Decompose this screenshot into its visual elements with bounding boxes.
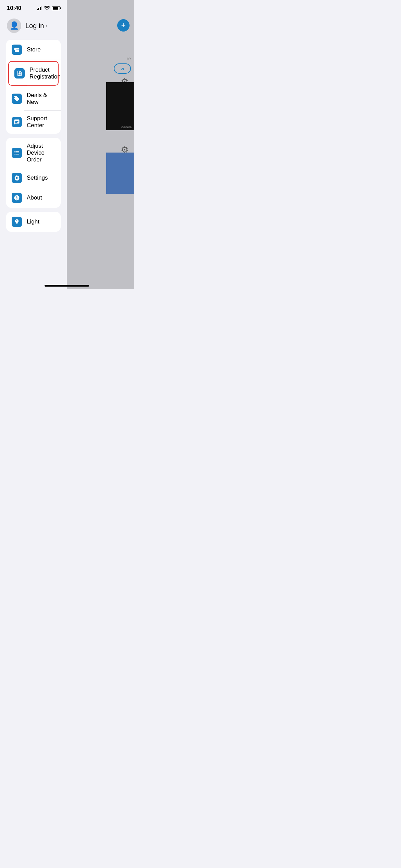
menu-item-about[interactable]: About [6,188,61,208]
login-text: Log in [25,22,44,30]
blue-box [106,153,134,194]
status-bar: 10:40 [0,0,67,14]
support-label: Support Center [27,115,55,129]
login-row[interactable]: 👤 Log in › [0,14,67,40]
avatar: 👤 [7,19,21,33]
login-chevron: › [46,23,47,29]
menu-section-2: Adjust Device Order Settings About [6,138,61,208]
battery-icon [52,6,60,10]
menu-item-product-registration[interactable]: Product Registration [8,61,59,86]
store-icon [12,45,22,55]
product-registration-label: Product Registration [29,67,61,80]
about-label: About [27,194,55,201]
tag-icon [12,94,22,104]
status-time: 10:40 [7,5,21,12]
menu-item-adjust-device[interactable]: Adjust Device Order [6,138,61,168]
menu-item-support[interactable]: Support Center [6,110,61,134]
side-menu-panel: 10:40 👤 Log in [0,0,67,289]
background-right: + re w ⚙ General ⚙ [66,0,134,289]
device-label: General [121,125,132,129]
info-icon [12,193,22,203]
document-icon [14,68,25,79]
menu-item-deals[interactable]: Deals & New [6,87,61,110]
bg-button-w[interactable]: w [114,63,131,74]
home-indicator [45,285,89,287]
status-icons [37,6,60,11]
bg-label-re: re [127,56,131,61]
avatar-icon: 👤 [10,21,19,30]
support-icon [12,117,22,127]
menu-item-light[interactable]: Light [6,212,61,232]
settings-icon [12,173,22,183]
add-button[interactable]: + [117,19,130,32]
adjust-label: Adjust Device Order [27,143,55,163]
login-label[interactable]: Log in › [25,22,47,30]
store-label: Store [27,46,55,53]
wifi-icon [44,6,50,11]
settings-label: Settings [27,174,55,181]
menu-item-settings[interactable]: Settings [6,168,61,188]
deals-label: Deals & New [27,92,55,106]
light-icon [12,217,22,227]
menu-section-1: Store Product Registration Deals & New S [6,40,61,134]
device-image: General [106,82,134,130]
menu-section-3: Light [6,212,61,232]
light-label: Light [27,218,55,225]
adjust-icon [12,148,22,158]
menu-item-store[interactable]: Store [6,40,61,60]
signal-icon [37,6,42,10]
